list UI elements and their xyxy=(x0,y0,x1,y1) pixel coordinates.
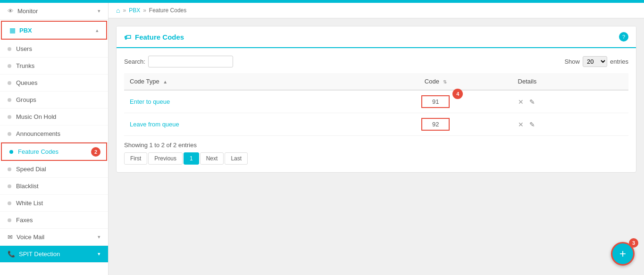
sidebar-section-spit-detection[interactable]: 📞 SPIT Detection ▾ xyxy=(0,246,108,263)
action-cell: ✕ ✎ xyxy=(512,90,628,113)
sidebar-item-groups[interactable]: Groups xyxy=(0,92,108,108)
pagination-last[interactable]: Last xyxy=(225,152,248,165)
dot-icon xyxy=(8,132,11,136)
fab-container: + 3 xyxy=(611,242,635,266)
edit-icon[interactable]: ✎ xyxy=(529,98,535,106)
code-type-cell: Enter to queue xyxy=(124,90,359,113)
sidebar-item-users[interactable]: Users xyxy=(0,41,108,58)
pagination-next[interactable]: Next xyxy=(200,152,224,165)
dot-icon xyxy=(8,81,11,85)
table-row: Leave from queue 92 ✕ ✎ xyxy=(124,113,628,136)
sidebar-item-label: Trunks xyxy=(16,62,34,69)
delete-icon[interactable]: ✕ xyxy=(518,98,524,106)
sidebar-item-label: Speed Dial xyxy=(16,166,46,173)
breadcrumb-sep1: » xyxy=(123,7,126,14)
feature-codes-badge: 2 xyxy=(91,147,100,157)
sidebar-item-speed-dial[interactable]: Speed Dial xyxy=(0,161,108,178)
sidebar-section-pbx[interactable]: ▦ PBX 1 ▴ xyxy=(1,21,107,40)
dot-icon xyxy=(8,98,11,102)
sidebar-item-label: Feature Codes xyxy=(18,148,59,155)
sidebar-item-faxes[interactable]: Faxes xyxy=(0,212,108,229)
tag-icon: 🏷 xyxy=(124,33,131,41)
breadcrumb: ⌂ » PBX » Feature Codes xyxy=(109,3,644,18)
action-icons: ✕ ✎ xyxy=(518,98,623,106)
search-input[interactable] xyxy=(148,56,233,67)
breadcrumb-current: Feature Codes xyxy=(149,7,186,14)
main-content: ⌂ » PBX » Feature Codes 🏷 Feature Codes … xyxy=(109,3,644,275)
dot-icon xyxy=(8,64,11,68)
sidebar-item-label: Groups xyxy=(16,96,36,103)
pagination: First Previous 1 Next Last xyxy=(124,152,628,165)
dot-icon xyxy=(9,150,13,154)
sidebar: 👁 Monitor ▾ ▦ PBX 1 ▴ Users Trunks xyxy=(0,3,109,275)
help-icon[interactable]: ? xyxy=(619,32,628,42)
sidebar-item-label: Queues xyxy=(16,79,38,86)
code-cell: 91 4 xyxy=(359,90,512,113)
table-row: Enter to queue 91 4 ✕ xyxy=(124,90,628,113)
panel-header: 🏷 Feature Codes ? xyxy=(117,26,636,48)
dot-icon xyxy=(8,218,11,222)
pbx-label: PBX xyxy=(19,27,32,34)
dot-icon xyxy=(8,167,11,171)
panel-title: 🏷 Feature Codes xyxy=(124,33,184,41)
search-label: Search: xyxy=(124,58,145,65)
delete-icon[interactable]: ✕ xyxy=(518,121,524,128)
sidebar-item-label: Users xyxy=(16,45,32,52)
showing-text: Showing 1 to 2 of 2 entries xyxy=(124,142,628,149)
show-label: Show xyxy=(564,58,580,65)
search-left: Search: xyxy=(124,56,233,67)
dot-icon xyxy=(8,47,11,51)
dot-icon xyxy=(8,184,11,188)
feature-codes-panel: 🏷 Feature Codes ? Search: Show xyxy=(116,26,636,173)
col-code-type[interactable]: Code Type ▲ xyxy=(124,73,359,90)
pagination-first[interactable]: First xyxy=(124,152,147,165)
sidebar-item-label: White List xyxy=(16,200,43,207)
monitor-label: Monitor xyxy=(17,8,38,15)
home-icon[interactable]: ⌂ xyxy=(116,7,120,14)
voice-mail-label: Voice Mail xyxy=(17,233,44,241)
sidebar-item-trunks[interactable]: Trunks xyxy=(0,58,108,75)
fab-badge: 3 xyxy=(629,238,638,248)
phone-icon: 📞 xyxy=(8,250,15,258)
sidebar-section-voice-mail[interactable]: ✉ Voice Mail ▾ xyxy=(0,229,108,246)
show-entries: Show 20 10 50 100 entries xyxy=(564,56,628,67)
pagination-page1[interactable]: 1 xyxy=(184,152,199,165)
sidebar-section-monitor[interactable]: 👁 Monitor ▾ xyxy=(0,3,108,20)
sort-icon: ▲ xyxy=(163,79,167,84)
code-type-cell: Leave from queue xyxy=(124,113,359,136)
sidebar-item-white-list[interactable]: White List xyxy=(0,195,108,212)
sidebar-item-blacklist[interactable]: Blacklist xyxy=(0,178,108,195)
data-table: Code Type ▲ Code ⇅ Details xyxy=(124,73,628,136)
search-row: Search: Show 20 10 50 100 entries xyxy=(124,56,628,67)
col-code[interactable]: Code ⇅ xyxy=(359,73,512,90)
annotation-badge-4: 4 xyxy=(452,89,463,99)
chevron-down-icon: ▾ xyxy=(98,234,100,240)
show-select[interactable]: 20 10 50 100 xyxy=(583,56,607,67)
chevron-down-icon: ▾ xyxy=(98,251,100,257)
chevron-down-icon: ▾ xyxy=(98,8,100,14)
page-title: Feature Codes xyxy=(135,33,184,41)
edit-icon[interactable]: ✎ xyxy=(529,121,535,128)
eye-icon: 👁 xyxy=(8,8,14,15)
code-value: 92 xyxy=(421,118,450,131)
sidebar-item-music-on-hold[interactable]: Music On Hold xyxy=(0,108,108,125)
sidebar-item-label: Announcements xyxy=(16,130,60,137)
action-icons: ✕ ✎ xyxy=(518,121,623,128)
action-cell: ✕ ✎ xyxy=(512,113,628,136)
pagination-previous[interactable]: Previous xyxy=(148,152,183,165)
sort-icon: ⇅ xyxy=(443,79,447,84)
plus-icon: + xyxy=(619,247,626,260)
breadcrumb-sep2: » xyxy=(143,7,146,14)
sidebar-item-label: Blacklist xyxy=(16,183,39,190)
sidebar-item-queues[interactable]: Queues xyxy=(0,75,108,92)
panel-body: Search: Show 20 10 50 100 entries xyxy=(117,48,636,172)
dot-icon xyxy=(8,115,11,119)
sidebar-item-feature-codes[interactable]: Feature Codes 2 xyxy=(1,142,107,161)
sidebar-item-label: Music On Hold xyxy=(16,113,56,120)
sidebar-item-announcements[interactable]: Announcements xyxy=(0,125,108,142)
code-cell: 92 xyxy=(359,113,512,136)
content-area: 🏷 Feature Codes ? Search: Show xyxy=(109,18,644,275)
breadcrumb-pbx[interactable]: PBX xyxy=(129,7,140,14)
chevron-up-icon: ▴ xyxy=(96,27,99,33)
dot-icon xyxy=(8,201,11,205)
